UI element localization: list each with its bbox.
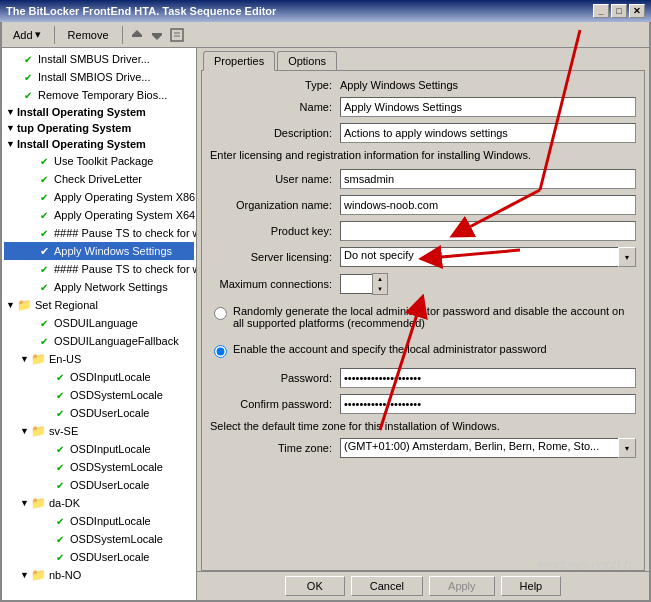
expand-icon[interactable]: ▼ [6, 139, 15, 149]
add-label: Add [13, 29, 33, 41]
cancel-button[interactable]: Cancel [351, 576, 423, 596]
tree-item-da-dk[interactable]: ▼ 📁 da-DK [4, 494, 194, 512]
tree-item-sv-se[interactable]: ▼ 📁 sv-SE [4, 422, 194, 440]
confirm-input[interactable] [340, 394, 636, 414]
remove-button[interactable]: Remove [61, 27, 116, 43]
bottom-bar: OK Cancel Apply Help [197, 571, 649, 600]
name-label: Name: [210, 101, 340, 113]
expand-icon[interactable]: ▼ [6, 107, 15, 117]
expand-icon[interactable]: ▼ [6, 300, 15, 310]
expand-icon[interactable]: ▼ [20, 570, 29, 580]
tree-label: Apply Operating System X86 [54, 191, 195, 203]
properties-icon[interactable] [169, 27, 185, 43]
check-icon: ✔ [36, 279, 52, 295]
radio2-input[interactable] [214, 345, 227, 358]
radio1-input[interactable] [214, 307, 227, 320]
tree-item-osdui[interactable]: ✔ OSDUILanguage [4, 314, 194, 332]
maximize-button[interactable]: □ [611, 4, 627, 18]
tree-item-apply-x86[interactable]: ✔ Apply Operating System X86 [4, 188, 194, 206]
window-controls: _ □ ✕ [593, 4, 645, 18]
org-input[interactable] [340, 195, 636, 215]
tree-item-apply-network[interactable]: ✔ Apply Network Settings [4, 278, 194, 296]
password-label: Password: [210, 372, 340, 384]
toolbar: Add ▾ Remove [2, 22, 649, 48]
tree-item-osd-input-en[interactable]: ✔ OSDInputLocale [4, 368, 194, 386]
check-icon: ✔ [52, 513, 68, 529]
add-button[interactable]: Add ▾ [6, 26, 48, 43]
org-label: Organization name: [210, 199, 340, 211]
info-text: Enter licensing and registration informa… [210, 149, 636, 161]
tree-item-nb-no[interactable]: ▼ 📁 nb-NO [4, 566, 194, 584]
check-icon: ✔ [36, 315, 52, 331]
maxconn-input[interactable] [340, 274, 372, 294]
tree-item-apply-x64[interactable]: ✔ Apply Operating System X64 [4, 206, 194, 224]
tree-item-install-smbios[interactable]: ✔ Install SMBIOS Drive... [4, 68, 194, 86]
spin-up-button[interactable]: ▲ [373, 274, 387, 284]
type-row: Type: Apply Windows Settings [210, 79, 636, 91]
tree-item-osd-input-sv[interactable]: ✔ OSDInputLocale [4, 440, 194, 458]
name-input[interactable] [340, 97, 636, 117]
description-input[interactable] [340, 123, 636, 143]
folder-icon: 📁 [31, 351, 47, 367]
section-label: tup Operating System [17, 122, 131, 134]
tree-item-apply-windows[interactable]: ✔ Apply Windows Settings [4, 242, 194, 260]
tree-item-osd-user-en[interactable]: ✔ OSDUserLocale [4, 404, 194, 422]
tree-item-check-drive[interactable]: ✔ Check DriveLetter [4, 170, 194, 188]
tab-options[interactable]: Options [277, 51, 337, 70]
tree-item-use-toolkit[interactable]: ✔ Use Toolkit Package [4, 152, 194, 170]
password-input[interactable] [340, 368, 636, 388]
tree-item-osd-system-sv[interactable]: ✔ OSDSystemLocale [4, 458, 194, 476]
expand-icon[interactable]: ▼ [20, 426, 29, 436]
add-dropdown-icon[interactable]: ▾ [35, 28, 41, 41]
server-select-value: Do not specify [340, 247, 618, 267]
tree-item-en-us[interactable]: ▼ 📁 En-US [4, 350, 194, 368]
radio2-row: Enable the account and specify the local… [210, 339, 636, 362]
tree-item-osd-input-da[interactable]: ✔ OSDInputLocale [4, 512, 194, 530]
tree-item-pause-ts2[interactable]: ✔ #### Pause TS to check for wh [4, 260, 194, 278]
help-button[interactable]: Help [501, 576, 562, 596]
product-input[interactable] [340, 221, 636, 241]
tree-label: Install SMBIOS Drive... [38, 71, 150, 83]
tree-label: Remove Temporary Bios... [38, 89, 167, 101]
tree-item-set-regional[interactable]: ▼ 📁 Set Regional [4, 296, 194, 314]
close-button[interactable]: ✕ [629, 4, 645, 18]
timezone-select-container: (GMT+01:00) Amsterdam, Berlin, Bern, Rom… [340, 438, 636, 458]
check-icon: ✔ [36, 261, 52, 277]
timezone-select-arrow[interactable]: ▾ [618, 438, 636, 458]
move-up-icon[interactable] [129, 27, 145, 43]
tree-item-pause-ts[interactable]: ✔ #### Pause TS to check for wh [4, 224, 194, 242]
tree-item-osd-system-da[interactable]: ✔ OSDSystemLocale [4, 530, 194, 548]
maxconn-label: Maximum connections: [210, 278, 340, 290]
username-row: User name: [210, 169, 636, 189]
expand-icon[interactable]: ▼ [20, 498, 29, 508]
folder-icon: 📁 [31, 423, 47, 439]
check-icon: ✔ [36, 207, 52, 223]
tree-item-install-smbus[interactable]: ✔ Install SMBUS Driver... [4, 50, 194, 68]
apply-button[interactable]: Apply [429, 576, 495, 596]
watermark: windows-noob.b [537, 557, 631, 572]
minimize-button[interactable]: _ [593, 4, 609, 18]
username-input[interactable] [340, 169, 636, 189]
tab-properties[interactable]: Properties [203, 51, 275, 71]
server-select-arrow[interactable]: ▾ [618, 247, 636, 267]
tree-label: OSDUILanguage [54, 317, 138, 329]
tree-item-osd-user-sv[interactable]: ✔ OSDUserLocale [4, 476, 194, 494]
tree-item-osdui-fallback[interactable]: ✔ OSDUILanguageFallback [4, 332, 194, 350]
ok-button[interactable]: OK [285, 576, 345, 596]
tree-item-osd-system-en[interactable]: ✔ OSDSystemLocale [4, 386, 194, 404]
toolbar-separator [54, 26, 55, 44]
expand-icon[interactable]: ▼ [20, 354, 29, 364]
check-icon: ✔ [52, 549, 68, 565]
tree-item-remove-temp[interactable]: ✔ Remove Temporary Bios... [4, 86, 194, 104]
tree-item-osd-user-da[interactable]: ✔ OSDUserLocale [4, 548, 194, 566]
spin-down-button[interactable]: ▼ [373, 284, 387, 294]
window-title: The BitLocker FrontEnd HTA. Task Sequenc… [6, 5, 276, 17]
tree-label: OSDInputLocale [70, 443, 151, 455]
tree-label: OSDSystemLocale [70, 461, 163, 473]
move-down-icon[interactable] [149, 27, 165, 43]
right-panel: Properties Options Type: Apply Windows S… [197, 48, 649, 600]
radio1-row: Randomly generate the local administrato… [210, 301, 636, 333]
check-icon: ✔ [36, 189, 52, 205]
tree-label: sv-SE [49, 425, 78, 437]
expand-icon[interactable]: ▼ [6, 123, 15, 133]
